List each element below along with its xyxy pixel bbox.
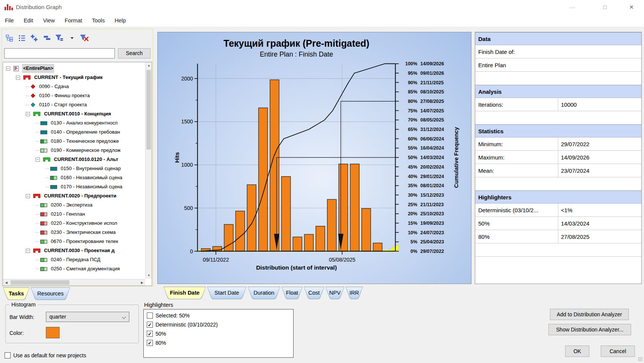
histogram-bar — [350, 164, 359, 251]
tree-item[interactable]: 0160 - Независимый сцена — [3, 173, 145, 182]
expand-collapse-icon[interactable]: − — [6, 66, 10, 71]
highlighter-option[interactable]: ✓80% — [147, 340, 166, 346]
info-row: Deterministic (03/10/2...<1% — [475, 204, 641, 217]
tree-item[interactable]: 0130 - Анализ конкурентносп — [3, 118, 145, 128]
use-default-checkbox[interactable]: Use as default for new projects — [5, 352, 86, 358]
scroll-right-icon[interactable]: ▶ — [139, 279, 145, 286]
highlighter-option[interactable]: ✓Deterministic (03/10/2022) — [147, 322, 218, 328]
tree-item[interactable]: 0090 - Сдача — [3, 82, 145, 91]
scroll-left-icon[interactable]: ◀ — [3, 279, 9, 286]
filter-clear-icon[interactable] — [80, 33, 89, 43]
menu-format[interactable]: Format — [60, 14, 87, 27]
tree-item[interactable]: 0180 - Техническое предложе — [3, 137, 145, 146]
summary-green-icon — [33, 112, 41, 116]
menu-edit[interactable]: Edit — [19, 14, 38, 27]
svg-text:14/03/2024: 14/03/2024 — [420, 155, 444, 160]
bar-color-swatch[interactable] — [46, 327, 60, 338]
checkbox-icon[interactable]: ✓ — [147, 322, 153, 328]
add-to-distribution-analyzer-button[interactable]: Add to Distribution Analyzer — [550, 309, 629, 320]
checkbox-icon[interactable] — [147, 312, 153, 319]
collapse-all-icon[interactable] — [42, 33, 52, 43]
resize-grip-icon[interactable] — [638, 357, 642, 361]
expand-all-icon[interactable] — [30, 33, 39, 43]
section-header-analysis: Analysis — [475, 85, 641, 98]
cancel-button[interactable]: Cancel — [601, 346, 635, 357]
histogram-bar — [316, 226, 325, 251]
chevron-down-icon — [122, 315, 126, 319]
tree-item[interactable]: −CURRENT.0020 - Предпроекти — [3, 191, 145, 200]
tree-item[interactable]: 0230 - Электрическая схема — [3, 228, 145, 237]
info-row: 50%14/03/2024 — [475, 217, 641, 230]
tree-hierarchy-icon[interactable] — [5, 33, 14, 43]
tree-item[interactable]: 0670 - Проектирование телек — [3, 237, 145, 246]
checkbox-icon[interactable]: ✓ — [147, 331, 153, 337]
tree-item[interactable]: 0200 - Экспертиза — [3, 200, 145, 210]
svg-text:60%: 60% — [408, 136, 417, 142]
menu-file[interactable]: File — [0, 14, 19, 27]
checkbox-icon[interactable]: ✓ — [147, 340, 153, 346]
tree-item[interactable]: 0150 - Внутренний сценар — [3, 164, 145, 173]
tree-item[interactable]: −<EntirePlan> — [3, 64, 145, 73]
menu-view[interactable]: View — [38, 14, 60, 27]
tab-start-date[interactable]: Start Date — [207, 287, 247, 299]
tree-item[interactable]: −CURRENT.0030 - Проектная д — [3, 246, 145, 255]
tree-item[interactable]: −CURRENT.0010 - Концепция — [3, 109, 145, 118]
highlighter-option[interactable]: ✓50% — [147, 331, 166, 337]
svg-text:08/10/2025: 08/10/2025 — [420, 89, 444, 95]
tree-item[interactable]: 0220 - Конструктивное испол — [3, 219, 145, 228]
tab-cost[interactable]: Cost — [304, 287, 324, 299]
menu-help[interactable]: Help — [110, 14, 131, 27]
tree-vertical-scrollbar[interactable]: ▲ ▼ — [145, 62, 152, 279]
tree-item[interactable]: 0140 - Определение требован — [3, 128, 145, 137]
scroll-up-icon[interactable]: ▲ — [146, 62, 152, 69]
list-view-icon[interactable] — [17, 33, 27, 43]
tree-item[interactable]: 0250 - Сметная документация — [3, 264, 145, 273]
expand-collapse-icon[interactable]: − — [26, 194, 30, 198]
tree-item-label: 0140 - Определение требован — [50, 128, 121, 137]
tree-item[interactable]: 0210 - Генплан — [3, 210, 145, 219]
expand-collapse-icon[interactable]: − — [26, 112, 30, 116]
checkbox-icon[interactable] — [5, 352, 11, 358]
tab-duration[interactable]: Duration — [248, 287, 280, 299]
tree-item[interactable]: 0240 - Передача ПСД — [3, 255, 145, 264]
bar-width-value: quarter — [49, 314, 66, 320]
menu-tools[interactable]: Tools — [87, 14, 110, 27]
tree-item-label: 0670 - Проектирование телек — [50, 237, 119, 246]
tree-item[interactable]: 0190 - Коммерческое предлож — [3, 146, 145, 155]
filter-dropdown-icon[interactable] — [68, 33, 77, 43]
tab-resources[interactable]: Resources — [31, 287, 70, 300]
expand-collapse-icon[interactable]: − — [36, 158, 40, 162]
scroll-down-icon[interactable]: ▼ — [146, 272, 152, 279]
filter-edit-icon[interactable] — [55, 33, 64, 43]
minimize-button[interactable]: — — [561, 0, 583, 14]
expand-collapse-icon[interactable]: − — [16, 76, 20, 80]
close-button[interactable]: ✕ — [620, 0, 642, 14]
bar-width-select[interactable]: quarter — [46, 312, 129, 322]
plan-icon — [13, 66, 20, 71]
tree-item-label: CURRENT - Текущий график — [33, 73, 104, 82]
histogram-bar — [362, 208, 371, 251]
tree-horizontal-scrollbar[interactable]: ◀ ▶ — [3, 279, 145, 286]
search-button[interactable]: Search — [118, 48, 151, 58]
maximize-button[interactable]: □ — [594, 0, 616, 14]
show-distribution-analyzer-button[interactable]: Show Distribution Analyzer... — [548, 324, 631, 335]
svg-text:95%: 95% — [408, 71, 417, 76]
tab-float[interactable]: Float — [281, 287, 303, 299]
highlighter-option[interactable]: Selected: 50% — [147, 312, 190, 319]
svg-text:55%: 55% — [408, 145, 417, 151]
search-input[interactable] — [4, 48, 115, 58]
tree-item[interactable]: −CURRENT - Текущий график — [3, 73, 145, 82]
ok-button[interactable]: OK — [565, 346, 589, 357]
tab-npv[interactable]: NPV — [325, 287, 344, 299]
expand-collapse-icon[interactable]: − — [26, 249, 30, 253]
tab-tasks[interactable]: Tasks — [3, 287, 30, 300]
svg-text:45%: 45% — [408, 164, 417, 170]
tab-finish-date[interactable]: Finish Date — [163, 287, 206, 299]
tab-irr[interactable]: IRR — [346, 287, 363, 299]
tree-item[interactable]: 0110 - Старт проекта — [3, 100, 145, 109]
tree-item[interactable]: 0100 - Финиш проекта — [3, 91, 145, 100]
tree-item[interactable]: −CURRENT.0010.0120 - Альт — [3, 155, 145, 164]
summary-red-icon — [33, 248, 41, 253]
tree-item[interactable]: 0170 - Независимый сцена — [3, 182, 145, 191]
svg-text:29/01/2024: 29/01/2024 — [420, 174, 444, 179]
